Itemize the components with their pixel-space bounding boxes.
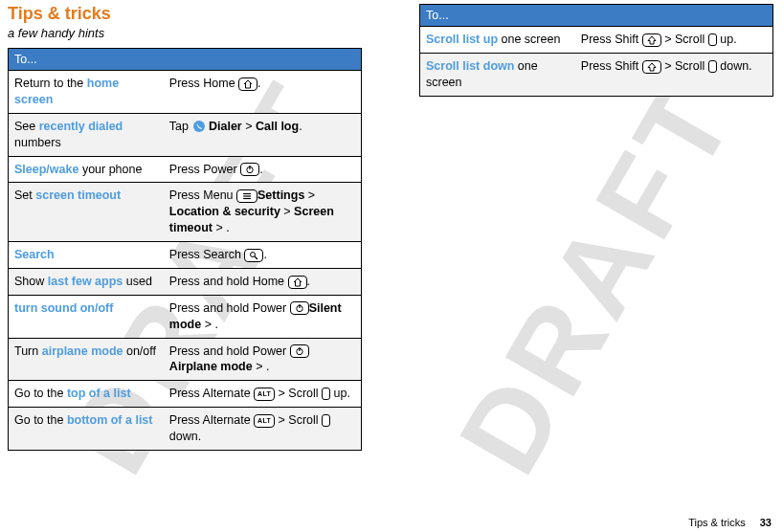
tips-table-right: To... Scroll list up one screenPress Shi… xyxy=(419,4,773,97)
home-key-icon xyxy=(238,78,257,91)
home-key-icon xyxy=(288,276,307,289)
footer-section: Tips & tricks xyxy=(688,517,746,528)
action-cell: Press and hold Power Airplane mode > . xyxy=(164,338,362,381)
table-row: Scroll list up one screenPress Shift > S… xyxy=(420,27,773,54)
action-cell: Press and hold Home . xyxy=(164,268,362,295)
table-row: SearchPress Search . xyxy=(9,242,362,269)
power-key-icon xyxy=(290,301,309,315)
table-header: To... xyxy=(420,5,773,27)
scroll-icon xyxy=(322,388,330,400)
action-cell: Press Alternate ALT > Scroll down. xyxy=(164,408,362,451)
alt-key-icon: ALT xyxy=(254,414,275,428)
footer-page-number: 33 xyxy=(760,517,772,528)
action-cell: Press Power . xyxy=(164,156,362,183)
tips-table-left: To... Return to the home screenPress Hom… xyxy=(8,48,362,451)
task-cell: turn sound on/off xyxy=(9,295,164,338)
action-cell: Press Search . xyxy=(164,242,362,269)
table-row: Set screen timeoutPress Menu Settings > … xyxy=(9,183,362,242)
table-row: Turn airplane mode on/offPress and hold … xyxy=(9,338,362,381)
right-column: To... Scroll list up one screenPress Shi… xyxy=(419,4,773,451)
svg-point-6 xyxy=(251,252,256,256)
table-row: Return to the home screenPress Home . xyxy=(9,71,362,114)
alt-key-icon: ALT xyxy=(254,388,275,401)
power-key-icon xyxy=(290,344,309,358)
table-row: Scroll list down one screenPress Shift >… xyxy=(420,53,773,96)
task-cell: Show last few apps used xyxy=(9,268,164,295)
action-cell: Press Alternate ALT > Scroll up. xyxy=(164,381,362,408)
svg-point-0 xyxy=(193,121,205,132)
table-row: turn sound on/offPress and hold Power Si… xyxy=(9,295,362,338)
task-cell: Go to the top of a list xyxy=(9,381,164,408)
page-footer: Tips & tricks 33 xyxy=(688,517,772,528)
task-cell: Scroll list up one screen xyxy=(420,27,575,54)
task-cell: See recently dialed numbers xyxy=(9,113,164,156)
table-row: Go to the top of a listPress Alternate A… xyxy=(9,381,362,408)
scroll-icon xyxy=(708,60,717,73)
table-row: Sleep/wake your phonePress Power . xyxy=(9,156,362,183)
dialer-icon xyxy=(192,120,206,133)
left-column: Tips & tricks a few handy hints To... Re… xyxy=(8,4,362,451)
action-cell: Press and hold Power Silent mode > . xyxy=(164,295,362,338)
table-row: See recently dialed numbersTap Dialer > … xyxy=(9,113,362,156)
shift-key-icon xyxy=(642,60,661,74)
task-cell: Sleep/wake your phone xyxy=(9,156,164,183)
action-cell: Press Home . xyxy=(164,71,362,114)
action-cell: Press Shift > Scroll down. xyxy=(575,53,773,96)
power-key-icon xyxy=(240,163,259,176)
shift-key-icon xyxy=(642,33,661,47)
svg-line-7 xyxy=(255,256,257,259)
scroll-icon xyxy=(708,33,717,46)
section-title: Tips & tricks xyxy=(8,4,362,24)
task-cell: Turn airplane mode on/off xyxy=(9,338,164,381)
task-cell: Scroll list down one screen xyxy=(420,53,575,96)
table-row: Go to the bottom of a listPress Alternat… xyxy=(9,408,362,451)
scroll-icon xyxy=(322,414,330,427)
task-cell: Search xyxy=(9,242,164,269)
task-cell: Set screen timeout xyxy=(9,183,164,242)
search-key-icon xyxy=(244,249,263,262)
action-cell: Press Shift > Scroll up. xyxy=(575,27,773,54)
menu-key-icon xyxy=(236,189,257,203)
section-subtitle: a few handy hints xyxy=(8,26,362,40)
table-row: Show last few apps usedPress and hold Ho… xyxy=(9,268,362,295)
task-cell: Return to the home screen xyxy=(9,71,164,114)
action-cell: Press Menu Settings > Location & securit… xyxy=(164,183,362,242)
table-header: To... xyxy=(9,49,362,71)
task-cell: Go to the bottom of a list xyxy=(9,408,164,451)
action-cell: Tap Dialer > Call log. xyxy=(164,113,362,156)
